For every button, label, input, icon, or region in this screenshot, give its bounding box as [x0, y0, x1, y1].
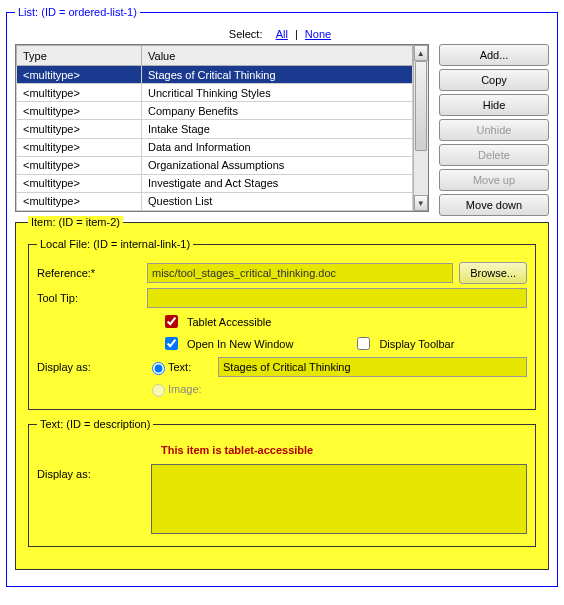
display-as-textarea[interactable] — [151, 464, 527, 534]
reference-label: Reference:* — [37, 267, 147, 279]
tooltip-field[interactable] — [147, 288, 527, 308]
scroll-track[interactable] — [414, 61, 428, 195]
cell-value: Intake Stage — [142, 120, 413, 138]
table-row[interactable]: <multitype>Question List — [17, 192, 413, 210]
cell-value: Data and Information — [142, 138, 413, 156]
cell-value: Company Benefits — [142, 102, 413, 120]
display-toolbar-checkbox[interactable] — [357, 337, 370, 350]
tablet-accessible-label: Tablet Accessible — [187, 316, 271, 328]
movedown-button[interactable]: Move down — [439, 194, 549, 216]
list-table[interactable]: Type Value <multitype>Stages of Critical… — [16, 45, 413, 211]
open-new-window-label: Open In New Window — [187, 338, 293, 350]
list-legend: List: (ID = ordered-list-1) — [15, 6, 140, 18]
select-all-link[interactable]: All — [276, 28, 288, 40]
table-row[interactable]: <multitype>Investigate and Act Stages — [17, 174, 413, 192]
tablet-accessible-checkbox[interactable] — [165, 315, 178, 328]
cell-value: Organizational Assumptions — [142, 156, 413, 174]
cell-type: <multitype> — [17, 102, 142, 120]
tooltip-label: Tool Tip: — [37, 292, 147, 304]
copy-button[interactable]: Copy — [439, 69, 549, 91]
table-row[interactable]: <multitype>Intake Stage — [17, 120, 413, 138]
cell-type: <multitype> — [17, 120, 142, 138]
table-row[interactable]: <multitype>Organizational Assumptions — [17, 156, 413, 174]
item-fieldset: Item: (ID = item-2) Local File: (ID = in… — [15, 216, 549, 570]
button-column: Add... Copy Hide Unhide Delete Move up M… — [439, 44, 549, 216]
browse-button[interactable]: Browse... — [459, 262, 527, 284]
table-row[interactable]: <multitype>Uncritical Thinking Styles — [17, 84, 413, 102]
list-table-wrap: Type Value <multitype>Stages of Critical… — [15, 44, 429, 212]
display-text-radio[interactable] — [152, 362, 165, 375]
select-none-link[interactable]: None — [305, 28, 331, 40]
scroll-thumb[interactable] — [415, 61, 427, 151]
textarea-display-as-label: Display as: — [37, 464, 151, 480]
cell-value: Stages of Critical Thinking — [142, 66, 413, 84]
scroll-down-icon[interactable]: ▼ — [414, 195, 428, 211]
cell-type: <multitype> — [17, 138, 142, 156]
display-image-radio — [152, 384, 165, 397]
scrollbar[interactable]: ▲ ▼ — [413, 45, 428, 211]
list-fieldset: List: (ID = ordered-list-1) Select: All … — [6, 6, 558, 587]
cell-type: <multitype> — [17, 192, 142, 210]
scroll-up-icon[interactable]: ▲ — [414, 45, 428, 61]
text-legend: Text: (ID = description) — [37, 418, 153, 430]
cell-type: <multitype> — [17, 156, 142, 174]
display-image-label: Image: — [168, 383, 202, 395]
hide-button[interactable]: Hide — [439, 94, 549, 116]
localfile-legend: Local File: (ID = internal-link-1) — [37, 238, 193, 250]
cell-value: Question List — [142, 192, 413, 210]
cell-value: Uncritical Thinking Styles — [142, 84, 413, 102]
table-row[interactable]: <multitype>Stages of Critical Thinking — [17, 66, 413, 84]
cell-type: <multitype> — [17, 174, 142, 192]
display-text-label: Text: — [168, 361, 218, 373]
localfile-fieldset: Local File: (ID = internal-link-1) Refer… — [28, 238, 536, 410]
moveup-button: Move up — [439, 169, 549, 191]
select-label: Select: — [229, 28, 263, 40]
cell-type: <multitype> — [17, 66, 142, 84]
table-row[interactable]: <multitype>Company Benefits — [17, 102, 413, 120]
table-row[interactable]: <multitype>Data and Information — [17, 138, 413, 156]
add-button[interactable]: Add... — [439, 44, 549, 66]
item-legend: Item: (ID = item-2) — [28, 216, 123, 228]
open-new-window-checkbox[interactable] — [165, 337, 178, 350]
separator: | — [295, 28, 298, 40]
text-fieldset: Text: (ID = description) This item is ta… — [28, 418, 536, 547]
display-as-label: Display as: — [37, 361, 147, 373]
reference-field[interactable]: misc/tool_stages_critical_thinking.doc — [147, 263, 453, 283]
cell-value: Investigate and Act Stages — [142, 174, 413, 192]
display-text-field[interactable] — [218, 357, 527, 377]
cell-type: <multitype> — [17, 84, 142, 102]
display-toolbar-label: Display Toolbar — [379, 338, 454, 350]
unhide-button: Unhide — [439, 119, 549, 141]
tablet-message: This item is tablet-accessible — [161, 444, 527, 456]
delete-button: Delete — [439, 144, 549, 166]
col-value-header[interactable]: Value — [142, 46, 413, 66]
select-row: Select: All | None — [15, 28, 549, 40]
col-type-header[interactable]: Type — [17, 46, 142, 66]
